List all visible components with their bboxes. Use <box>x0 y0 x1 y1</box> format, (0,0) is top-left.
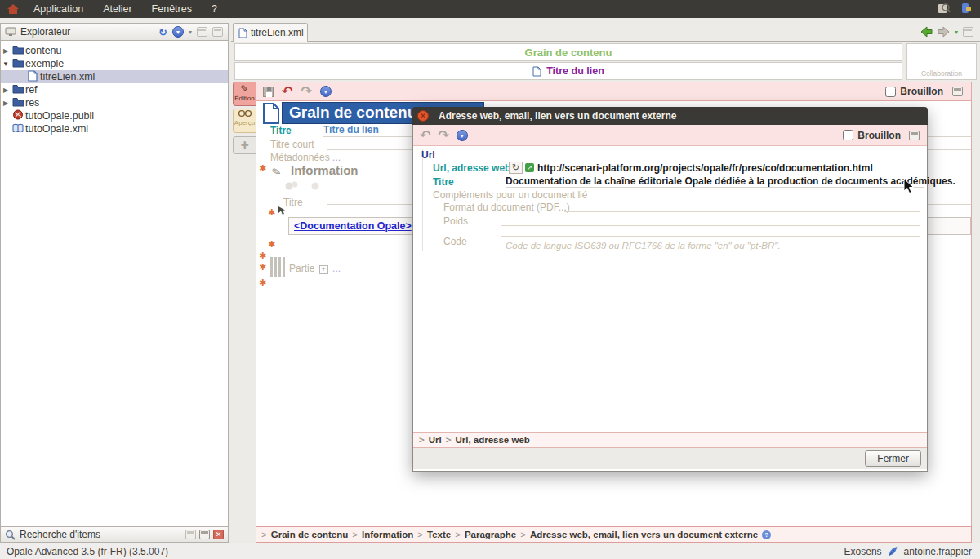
breadcrumb-texte[interactable]: Texte <box>427 530 451 539</box>
tree-item-label: ref <box>25 84 38 95</box>
url-value-field[interactable]: http://scenari-platform.org/projects/opa… <box>537 162 873 174</box>
breadcrumb-paragraphe[interactable]: Paragraphe <box>465 530 516 539</box>
indent-guide <box>422 149 423 251</box>
dialog-brouillon-label: Brouillon <box>858 130 901 141</box>
workspace-label[interactable]: Exosens <box>844 546 882 557</box>
dialog-undo-icon[interactable]: ↶ <box>420 130 430 141</box>
required-asterisk: ✱ <box>259 251 266 261</box>
dialog-breadcrumb-adresse[interactable]: Url, adresse web <box>455 435 529 445</box>
tree-item-tutoopale-publi[interactable]: tutoOpale.publi <box>1 109 228 122</box>
collaboration-panel[interactable]: Collaboration <box>906 43 977 80</box>
metadonnees-text: Métadonnées <box>270 152 330 163</box>
search-restore-icon[interactable] <box>185 530 196 539</box>
format-field[interactable] <box>564 211 920 212</box>
explorer-title: Explorateur <box>20 26 70 38</box>
undo-icon[interactable]: ↶ <box>282 86 292 97</box>
documentation-opale-link[interactable]: <Documentation Opale> <box>294 220 412 232</box>
tree-item-titrelien-selected[interactable]: titreLien.xml <box>1 70 228 83</box>
nav-forward-icon[interactable] <box>938 26 950 38</box>
tree-item-contenu[interactable]: ▶ contenu <box>1 44 228 57</box>
tree-item-ref[interactable]: ▶ ref <box>1 83 228 96</box>
menu-application[interactable]: Application <box>24 3 93 15</box>
dialog-redo-icon[interactable]: ↷ <box>438 130 448 141</box>
code-field[interactable] <box>501 236 920 237</box>
expander-collapsed-icon[interactable]: ▶ <box>1 100 11 107</box>
search-maximize-icon[interactable] <box>199 530 210 539</box>
refresh-icon[interactable]: ↻ <box>158 26 167 38</box>
tab-edition[interactable]: ✎ Édition <box>233 82 256 106</box>
expander-collapsed-icon[interactable]: ▶ <box>1 87 11 94</box>
explorer-restore-icon[interactable] <box>197 27 207 37</box>
feather-icon <box>888 546 898 557</box>
drag-handle-icon[interactable] <box>278 206 287 215</box>
file-icon <box>25 70 40 84</box>
nav-history-caret-icon[interactable]: ▾ <box>955 29 958 36</box>
explorer-icon <box>5 27 16 37</box>
explorer-menu-icon[interactable]: ▾ <box>172 26 184 38</box>
tray-session-icon[interactable] <box>960 2 972 14</box>
status-bar: Opale Advanced 3.5 (fr-FR) (3.5.007) Exo… <box>0 543 980 559</box>
tab-maximize-icon[interactable] <box>963 27 973 37</box>
dialog-brouillon-checkbox[interactable] <box>843 130 853 140</box>
detach-panel-icon[interactable] <box>952 87 963 96</box>
tree-item-tutoopale-xml[interactable]: tutoOpale.xml <box>1 122 228 135</box>
breadcrumb-info-icon[interactable]: ? <box>762 530 771 539</box>
link-dialog: ✕ Adresse web, email, lien vers un docum… <box>412 107 928 472</box>
brouillon-checkbox[interactable] <box>885 87 896 97</box>
dialog-footer: Fermer <box>413 448 927 469</box>
metadonnees-dots: ... <box>332 152 341 163</box>
dialog-help-menu-icon[interactable]: ▾ <box>457 130 468 141</box>
tray-search-icon[interactable] <box>938 2 951 14</box>
fermer-button[interactable]: Fermer <box>865 450 921 467</box>
poids-field[interactable] <box>501 225 920 226</box>
breadcrumb-information[interactable]: Information <box>362 530 413 539</box>
dialog-titlebar[interactable]: ✕ Adresse web, email, lien vers un docum… <box>412 107 928 125</box>
format-label: Format du document (PDF...) <box>443 202 570 213</box>
help-menu-icon[interactable]: ▾ <box>320 86 332 97</box>
required-asterisk: ✱ <box>268 239 275 250</box>
application-window: Application Atelier Fenêtres ? Explorate… <box>0 0 980 559</box>
expand-plus-icon[interactable]: + <box>319 265 328 274</box>
titre-court-label: Titre court <box>270 139 314 150</box>
required-asterisk: ✱ <box>259 163 266 174</box>
information-section-title[interactable]: Information <box>291 163 359 177</box>
metadonnees-label[interactable]: Métadonnées ... <box>270 152 341 163</box>
tree-item-exemple[interactable]: ▼ exemple <box>1 57 228 70</box>
tree-item-label: titreLien.xml <box>40 71 95 82</box>
required-asterisk: ✱ <box>259 277 266 288</box>
dialog-breadcrumb-url[interactable]: Url <box>429 435 442 445</box>
decoration-dots-icon <box>284 181 322 191</box>
explorer-menu-caret-icon[interactable]: ▾ <box>189 29 192 36</box>
tab-more[interactable]: ✚ <box>233 136 256 154</box>
breadcrumb-grain[interactable]: Grain de contenu <box>271 530 349 539</box>
search-close-icon[interactable]: ✕ <box>213 530 224 539</box>
explorer-maximize-icon[interactable] <box>212 27 223 37</box>
save-icon[interactable] <box>263 87 274 97</box>
redo-icon[interactable]: ↷ <box>301 86 311 97</box>
glasses-icon <box>234 109 256 119</box>
nav-back-icon[interactable] <box>920 26 933 38</box>
user-label[interactable]: antoine.frappier <box>904 546 972 557</box>
menu-fenetres[interactable]: Fenêtres <box>142 3 202 15</box>
code-placeholder: Code de langue ISO639 ou RFC1766 de la f… <box>506 241 781 251</box>
url-external-icon[interactable]: ↗ <box>525 163 534 172</box>
expander-collapsed-icon[interactable]: ▶ <box>1 47 11 55</box>
dialog-titre-field[interactable]: Documentation de la chaîne éditoriale Op… <box>506 175 924 188</box>
menu-help[interactable]: ? <box>202 3 227 15</box>
tab-titrelien[interactable]: titreLien.xml <box>233 23 308 42</box>
tab-apercu[interactable]: Aperçu <box>233 109 256 133</box>
dialog-close-icon[interactable]: ✕ <box>417 110 429 122</box>
dialog-detach-icon[interactable] <box>909 131 920 140</box>
tree-item-res[interactable]: ▶ res <box>1 96 228 109</box>
breadcrumb-adresse-web[interactable]: Adresse web, email, lien vers un documen… <box>530 530 758 539</box>
dialog-breadcrumb: >Url >Url, adresse web <box>413 432 927 448</box>
publication-icon <box>11 109 25 122</box>
home-icon[interactable] <box>7 4 19 14</box>
collaboration-label: Collaboration <box>907 69 976 78</box>
partie-label: Partie <box>289 263 314 274</box>
menu-atelier[interactable]: Atelier <box>93 3 141 15</box>
folder-icon <box>11 45 25 57</box>
expander-expanded-icon[interactable]: ▼ <box>1 60 11 68</box>
url-refresh-icon[interactable]: ↻ <box>509 162 523 174</box>
partie-row[interactable]: Partie + ... <box>289 263 341 274</box>
